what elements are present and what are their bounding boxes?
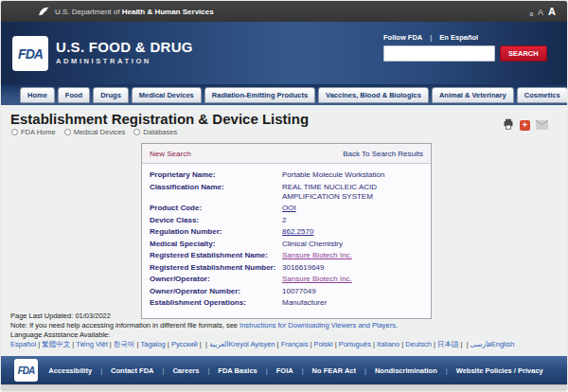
table-row: Regulation Number: 862.2570 [150,227,423,237]
language-link[interactable]: العربية [204,340,229,348]
main-nav: Home Food Drugs Medical Devices Radiatio… [1,84,567,105]
row-label: Product Code: [150,204,282,213]
hhs-department-label: U.S. Department of Health & Human Servic… [55,8,214,16]
language-link-english[interactable]: English [491,340,515,348]
nav-tab-medical-devices[interactable]: Medical Devices [132,87,202,103]
browser-viewport: U.S. Department of Health & Human Servic… [0,0,568,392]
footer-link-website-policies-privacy[interactable]: Website Policies / Privacy [437,366,543,375]
row-value: 3016619649 [282,263,423,273]
language-link[interactable]: Tiếng Việt [76,340,113,348]
table-row: Product Code: OOI [150,204,423,213]
breadcrumb-label: FDA Home [21,128,56,136]
language-link[interactable]: Русский [171,340,204,348]
language-link[interactable]: Polski [314,340,339,348]
fda-wordmark: U.S. FOOD & DRUG ADMINISTRATION [56,39,193,65]
print-icon[interactable] [503,116,514,134]
nav-tab-animal-veterinary[interactable]: Animal & Veterinary [432,87,514,103]
downloading-viewers-link[interactable]: Instructions for Downloading Viewers and… [240,321,396,330]
card-body: Proprietary Name: Portable Molecule Work… [142,164,431,318]
formats-note-period: . [396,321,398,330]
footer-link-accessibility[interactable]: Accessibility [48,366,92,375]
new-search-link[interactable]: New Search [150,150,191,158]
language-link[interactable]: 한국어 [114,340,141,348]
footer-link-foia[interactable]: FOIA [257,366,293,375]
header-search: SEARCH [383,45,539,62]
owner-operator-link[interactable]: Sansure Biotech Inc. [282,275,352,283]
language-link[interactable]: 繁體中文 [42,340,76,348]
table-row: Medical Specialty: Clinical Chemistry [150,240,423,249]
regulation-number-link[interactable]: 862.2570 [282,227,313,236]
language-link[interactable]: فارسی [465,340,491,348]
row-label: Owner/Operator Number: [150,287,282,296]
font-size-small-button[interactable]: a [529,10,533,17]
bottom-strip [1,384,567,392]
header-utility-links: Follow FDA | En Español [383,33,539,42]
table-row: Registered Establishment Name: Sansure B… [150,251,423,260]
search-button[interactable]: SEARCH [500,45,547,62]
language-link[interactable]: Español [10,340,42,348]
product-code-link[interactable]: OOI [282,204,296,212]
footer-link-fda-basics[interactable]: FDA Basics [199,366,257,375]
back-to-search-results-link[interactable]: Back To Search Results [343,150,423,158]
table-row: Device Class: 2 [150,216,423,225]
fda-logo[interactable]: FDA [12,36,48,71]
font-size-large-button[interactable]: A [548,6,556,17]
email-icon[interactable] [536,116,548,134]
page-action-icons: + [503,116,548,134]
formats-note: Note: If you need help accessing informa… [10,321,558,330]
row-label: Medical Specialty: [150,240,282,249]
footer-link-nondiscrimination[interactable]: Nondiscrimination [356,366,437,375]
fda-brand-line1: U.S. FOOD & DRUG [56,39,193,55]
row-value: REAL TIME NUCLEIC ACID AMPLIFICATION SYS… [282,183,423,202]
breadcrumb-label: Databases [143,128,177,136]
row-label: Regulation Number: [150,227,282,237]
nav-tab-home[interactable]: Home [20,87,55,103]
footer-link-contact-fda[interactable]: Contact FDA [92,366,153,375]
footer-link-no-fear-act[interactable]: No FEAR Act [293,366,356,375]
nav-tab-food[interactable]: Food [58,87,90,103]
language-link[interactable]: Deutsch [405,340,437,348]
language-assistance-label: Language Assistance Available: [10,330,110,339]
device-detail-card: New Search Back To Search Results Propri… [141,143,432,319]
row-value: Clinical Chemistry [282,240,423,249]
nav-tab-vaccines-blood-biologics[interactable]: Vaccines, Blood & Biologics [318,87,429,103]
main-content: Establishment Registration & Device List… [1,105,567,356]
table-row: Owner/Operator: Sansure Biotech Inc. [150,275,423,284]
language-link[interactable]: Português [339,340,377,348]
row-label: Owner/Operator: [150,275,282,284]
follow-fda-link[interactable]: Follow FDA [383,33,422,42]
language-link[interactable]: 日本語 [437,340,465,348]
language-link[interactable]: Français [281,340,314,348]
breadcrumb-label: Medical Devices [74,128,126,136]
site-footer: FDA Accessibility Contact FDA Careers FD… [1,356,567,384]
breadcrumb-fda-home[interactable]: FDA Home [11,128,56,136]
en-espanol-link[interactable]: En Español [439,33,478,42]
nav-tab-cosmetics[interactable]: Cosmetics [517,87,568,103]
row-label: Establishment Operations: [150,298,282,308]
footer-fda-logo[interactable]: FDA [14,359,38,382]
row-label: Classification Name: [150,183,282,202]
footer-link-careers[interactable]: Careers [154,366,200,375]
table-row: Proprietary Name: Portable Molecule Work… [150,170,423,180]
page-title: Establishment Registration & Device List… [1,105,567,128]
registered-establishment-name-link[interactable]: Sansure Biotech Inc. [282,251,352,259]
breadcrumb: FDA Home Medical Devices Databases [1,128,567,136]
table-row: Classification Name: REAL TIME NUCLEIC A… [150,183,423,202]
language-link[interactable]: Tagalog [140,340,170,348]
language-link[interactable]: Kreyòl Ayisyen [228,340,280,348]
last-updated-text: Page Last Updated: 01/03/2022 [10,312,558,321]
font-size-medium-button[interactable]: A [538,8,543,17]
page-footer-notes: Page Last Updated: 01/03/2022 Note: If y… [10,312,558,349]
share-icon[interactable]: + [520,120,530,131]
header-utility-area: Follow FDA | En Español SEARCH [383,33,539,62]
search-input[interactable] [383,45,495,62]
nav-tab-radiation-emitting-products[interactable]: Radiation-Emitting Products [204,87,315,103]
divider: | [430,33,432,42]
language-link[interactable]: Italiano [377,340,405,348]
breadcrumb-databases[interactable]: Databases [133,128,177,136]
row-value: Manufacturer [282,298,423,308]
row-label: Registered Establishment Name: [150,251,282,260]
table-row: Owner/Operator Number: 10077049 [150,287,423,296]
nav-tab-drugs[interactable]: Drugs [93,87,129,103]
breadcrumb-medical-devices[interactable]: Medical Devices [64,128,126,136]
